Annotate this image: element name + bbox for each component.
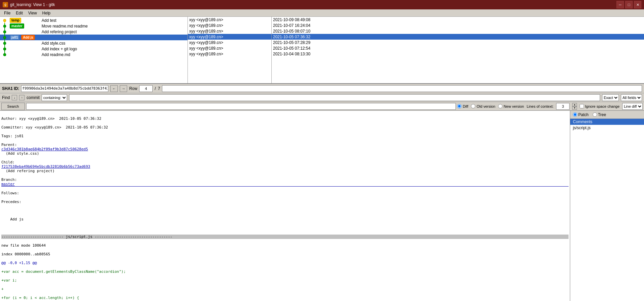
date-cell: 2021-10-05 07:12:54	[272, 45, 644, 51]
date-cell: 2021-10-09 08:49:08	[272, 17, 644, 22]
window-controls: ─ □ ✕	[616, 1, 641, 8]
child-hash-link[interactable]: f217538eba49b694e5bcdb32810b6b56c73ad693	[1, 164, 569, 169]
diff-added-line: +for (i = 0; i < acc.length; i++) {	[1, 296, 569, 300]
spin-down-button[interactable]: ▼	[572, 106, 577, 110]
find-down-button[interactable]: ↓	[12, 95, 17, 100]
diff-committer-line: Committer: xyy <xyy@189.cn> 2021-10-05 0…	[1, 125, 569, 130]
author-cell: xyy <xyy@189.cn>	[188, 28, 271, 34]
table-row[interactable]: js01 Add js	[0, 35, 187, 40]
commit-message: Move readme.md readme	[42, 24, 187, 29]
diff-new-file: new file mode 100644	[1, 243, 569, 248]
graph-cell	[1, 29, 42, 35]
file-item-scriptjs[interactable]: js/script.js	[570, 125, 644, 131]
diff-tags-line: Tags: js01	[1, 134, 569, 138]
patch-radio-label[interactable]: Patch	[573, 112, 589, 117]
svg-point-13	[3, 53, 6, 56]
branch-badge-js01: js01	[10, 35, 19, 40]
file-item-comments[interactable]: Comments	[570, 119, 644, 125]
line-diff-select[interactable]: Line diff	[622, 103, 643, 110]
diff-radio[interactable]	[457, 104, 462, 108]
bottom-pane: Author: xyy <xyy@189.cn> 2021-10-05 07:3…	[0, 111, 644, 301]
new-version-label: New version	[504, 104, 524, 108]
date-area: 2021-10-09 08:49:08 2021-10-07 16:24:04 …	[272, 17, 644, 83]
lines-spinner: ▲ ▼	[572, 103, 577, 110]
sha-input[interactable]	[21, 85, 108, 92]
minimize-button[interactable]: ─	[616, 1, 624, 8]
find-input[interactable]	[69, 94, 600, 101]
svg-point-7	[3, 36, 6, 39]
menu-file[interactable]: File	[1, 10, 13, 16]
exact-select[interactable]: Exact	[602, 94, 619, 101]
window-title: g git_learning: View 1 - gitk	[3, 2, 55, 7]
patch-radio[interactable]	[573, 112, 577, 117]
diff-index-line: index 0000000..ab80565	[1, 252, 569, 256]
sha-row: SHA1 ID: ← → Row / 7	[0, 84, 644, 93]
app-icon: g	[3, 2, 8, 7]
author-cell: xyy <xyy@189.cn>	[188, 40, 271, 45]
diff-added-line: +var i;	[1, 278, 569, 283]
svg-point-3	[3, 25, 6, 28]
sha-prev-button[interactable]: ←	[110, 85, 118, 92]
table-row[interactable]: Add refering project	[0, 29, 187, 35]
table-row[interactable]: master Move readme.md readme	[0, 23, 187, 29]
tag-badge-addjs: Add js	[21, 35, 35, 40]
graph-cell	[1, 46, 42, 52]
graph-area[interactable]: temp Add test master Move readme.md read…	[0, 17, 188, 83]
spin-up-button[interactable]: ▲	[572, 103, 577, 106]
date-cell: 2021-10-04 08:13:30	[272, 51, 644, 57]
ignore-space-checkbox[interactable]	[580, 104, 584, 108]
table-row[interactable]: temp Add test	[0, 17, 187, 23]
diff-added-line: +	[1, 287, 569, 291]
menu-edit[interactable]: Edit	[13, 10, 25, 16]
sha-next-button[interactable]: →	[120, 85, 127, 92]
diff-empty-line	[1, 208, 569, 213]
tree-label: Tree	[598, 112, 606, 117]
author-cell: xyy <xyy@189.cn>	[188, 22, 271, 28]
old-version-radio[interactable]	[471, 104, 475, 108]
new-version-radio-label[interactable]: New version	[498, 104, 524, 108]
diff-area[interactable]: Author: xyy <xyy@189.cn> 2021-10-05 07:3…	[0, 111, 570, 301]
date-cell: 2021-10-07 16:24:04	[272, 22, 644, 28]
menu-help[interactable]: Help	[40, 10, 53, 16]
diff-radio-label[interactable]: Diff	[457, 104, 468, 108]
menu-view[interactable]: View	[25, 10, 40, 16]
lines-input[interactable]	[556, 103, 570, 110]
author-cell: xyy <xyy@189.cn>	[188, 51, 271, 57]
menubar: File Edit View Help	[0, 9, 644, 17]
commit-label: commit	[26, 95, 40, 100]
parent-hash-link[interactable]: c3d346c381b8ae684b2f09af9b3d87c50628ed5	[1, 147, 569, 151]
table-row[interactable]: Add style.css	[0, 40, 187, 46]
graph-cell: js01 Add js	[1, 35, 42, 40]
new-version-radio[interactable]	[498, 104, 502, 108]
row-input[interactable]	[139, 85, 153, 92]
titlebar: g git_learning: View 1 - gitk ─ □ ✕	[0, 0, 644, 9]
branch-link[interactable]: master	[1, 182, 569, 187]
tree-radio[interactable]	[593, 112, 597, 117]
author-area: xyy <xyy@189.cn> xyy <xyy@189.cn> xyy <x…	[188, 17, 272, 83]
table-row[interactable]: Add index + git logo	[0, 46, 187, 52]
diff-child-line: Child: f217538eba49b694e5bcdb32810b6b56c…	[1, 160, 569, 173]
maximize-button[interactable]: □	[625, 1, 633, 8]
search-row: Search Diff Old version New version Line…	[0, 102, 644, 111]
find-label: Find	[2, 95, 10, 100]
diff-label: Diff	[463, 104, 468, 108]
ignore-space-label[interactable]: Ignore space change	[580, 104, 620, 108]
diff-branch-line: Branch: master	[1, 178, 569, 187]
svg-point-5	[3, 31, 6, 33]
old-version-radio-label[interactable]: Old version	[471, 104, 495, 108]
diff-options: Diff Old version New version Lines of co…	[457, 103, 643, 110]
diff-hunk-header: @@ -0,0 +1,15 @@	[1, 261, 569, 265]
table-row[interactable]: Add readme.md	[0, 52, 187, 57]
find-type-select[interactable]: containing:	[42, 94, 67, 101]
diff-file-header: ---------------------------- js/script.j…	[1, 235, 569, 239]
sha-extra-input[interactable]	[162, 85, 642, 92]
tree-radio-label[interactable]: Tree	[593, 112, 606, 117]
search-button[interactable]: Search	[1, 103, 25, 110]
diff-parent-line: Parent: c3d346c381b8ae684b2f09af9b3d87c5…	[1, 143, 569, 156]
diff-empty-line2	[1, 226, 569, 230]
diff-precedes-line: Precedes:	[1, 200, 569, 204]
all-fields-select[interactable]: All fields	[621, 94, 642, 101]
search-text-input[interactable]	[26, 103, 456, 110]
find-up-button[interactable]: ↑	[19, 95, 24, 100]
close-button[interactable]: ✕	[634, 1, 641, 8]
